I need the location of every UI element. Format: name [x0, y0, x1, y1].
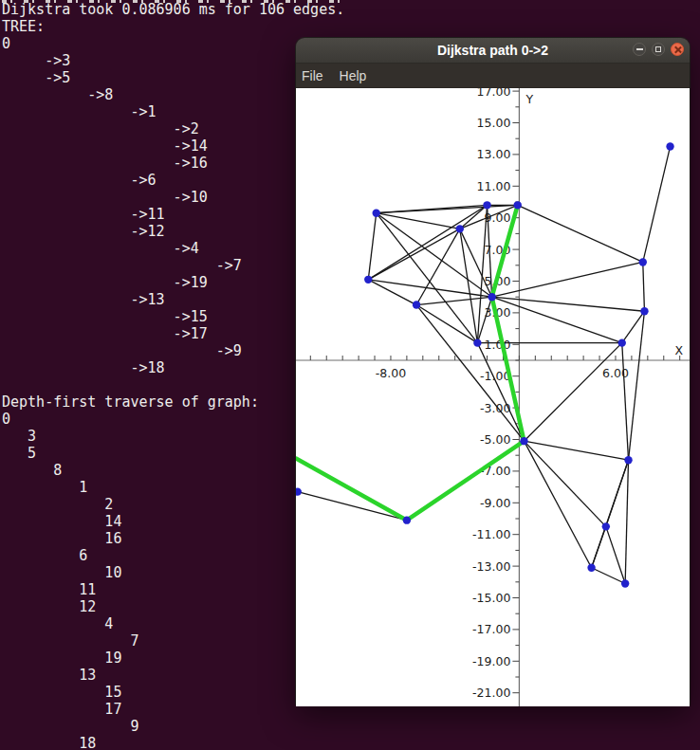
- graph-edge: [368, 205, 487, 279]
- y-tick-label: 15.00: [477, 116, 511, 130]
- x-tick-label: 6.00: [602, 366, 629, 380]
- graph-edge: [492, 262, 643, 297]
- y-tick-label: -21.00: [472, 686, 510, 700]
- menu-file[interactable]: File: [302, 68, 323, 83]
- y-tick-label: -11.00: [472, 527, 510, 541]
- graph-node: [373, 209, 380, 216]
- y-tick-label: -9.00: [480, 496, 510, 510]
- graph-node: [621, 579, 629, 587]
- graph-node: [413, 301, 420, 308]
- minimize-button[interactable]: [633, 43, 646, 56]
- dijkstra-window: Dijkstra path 0->2 File Help -8.006.0017…: [296, 38, 690, 705]
- maximize-button[interactable]: [652, 43, 665, 56]
- graph-edge: [625, 460, 628, 583]
- y-tick-label: -19.00: [472, 654, 510, 668]
- menu-help[interactable]: Help: [340, 68, 367, 83]
- graph-edge: [524, 343, 621, 442]
- graph-node: [602, 522, 610, 530]
- graph-edge: [460, 229, 478, 342]
- window-title: Dijkstra path 0->2: [296, 38, 690, 63]
- graph-edge: [492, 297, 645, 311]
- graph-edge: [524, 441, 591, 568]
- graph-edge: [643, 147, 671, 263]
- graph-edge: [377, 213, 460, 229]
- x-tick-label: -8.00: [376, 366, 406, 380]
- y-tick-label: 13.00: [477, 147, 511, 161]
- graph-node: [587, 564, 595, 572]
- y-tick-label: -15.00: [472, 591, 510, 605]
- graph-edge: [298, 492, 407, 521]
- graph-svg: -8.006.0017.0015.0013.0011.009.007.005.0…: [296, 88, 690, 706]
- y-tick-label: -17.00: [472, 622, 510, 636]
- graph-node: [624, 456, 632, 464]
- graph-node: [296, 487, 302, 495]
- graph-node: [473, 338, 481, 346]
- maximize-icon: [655, 46, 661, 52]
- graph-edge: [492, 297, 622, 342]
- graph-node: [488, 293, 495, 301]
- graph-node: [639, 258, 647, 265]
- x-axis-letter: X: [674, 343, 683, 357]
- window-titlebar[interactable]: Dijkstra path 0->2: [296, 38, 690, 64]
- graph-edge: [643, 262, 645, 311]
- window-controls: [633, 43, 684, 56]
- y-tick-label: 17.00: [477, 88, 511, 99]
- graph-edge: [377, 213, 478, 343]
- graph-edge: [368, 213, 376, 280]
- graph-edge: [606, 526, 625, 583]
- y-tick-label: -13.00: [472, 559, 510, 574]
- graph-edge: [368, 229, 460, 279]
- graph-node: [483, 201, 490, 209]
- close-icon: [673, 46, 682, 54]
- graph-edge: [518, 205, 643, 262]
- graph-edge: [377, 213, 492, 298]
- desktop-screen: Dijkstra took 0.086906 ms for 106 edges.…: [0, 0, 700, 750]
- graph-node: [514, 201, 522, 209]
- minimize-icon: [636, 48, 643, 50]
- graph-node: [403, 516, 411, 523]
- graph-node: [520, 437, 527, 445]
- menu-bar: File Help: [296, 64, 690, 88]
- graph-node: [640, 307, 648, 315]
- y-tick-label: -5.00: [480, 432, 510, 447]
- graph-node: [456, 225, 464, 232]
- graph-node: [618, 338, 626, 346]
- close-button[interactable]: [671, 43, 684, 56]
- graph-plot-canvas[interactable]: -8.006.0017.0015.0013.0011.009.007.005.0…: [296, 88, 690, 706]
- y-tick-label: 11.00: [477, 179, 511, 193]
- graph-node: [364, 276, 372, 284]
- graph-edge: [416, 305, 477, 343]
- y-axis-letter: Y: [525, 92, 533, 106]
- graph-edge: [629, 311, 645, 460]
- graph-node: [666, 142, 673, 150]
- graph-edge: [592, 526, 606, 567]
- y-tick-label: 1.00: [485, 338, 511, 352]
- terminal-output: Dijkstra took 0.086906 ms for 106 edges.…: [2, 1, 344, 750]
